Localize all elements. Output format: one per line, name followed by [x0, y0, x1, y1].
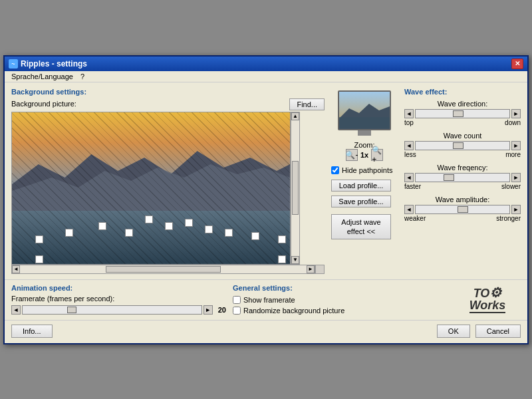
- menu-language[interactable]: Sprache/Language: [9, 72, 76, 81]
- pathpoint-6[interactable]: [165, 222, 173, 230]
- v-scroll-track[interactable]: [291, 120, 299, 256]
- ok-cancel-group: OK Cancel: [437, 325, 521, 338]
- pathpoint-10[interactable]: [251, 232, 259, 240]
- wave-frequency-right[interactable]: ►: [511, 173, 521, 182]
- pathpoint-1[interactable]: [35, 235, 43, 243]
- wave-frequency-left[interactable]: ◄: [404, 173, 414, 182]
- show-framerate-checkbox[interactable]: [233, 296, 241, 304]
- info-button[interactable]: Info...: [11, 325, 53, 338]
- adjust-wave-button[interactable]: Adjust wave effect <<: [331, 214, 391, 240]
- fps-thumb[interactable]: [67, 307, 76, 313]
- pathpoint-8[interactable]: [205, 225, 213, 233]
- toworks-logo: TO⚙ Works: [469, 286, 506, 313]
- randomize-bg-label: Randomize background picture: [243, 307, 344, 315]
- bg-picture-label: Background picture:: [11, 100, 76, 108]
- hide-pathpoints-label: Hide pathpoints: [342, 166, 392, 174]
- main-content: Background settings: Background picture:…: [5, 82, 527, 279]
- zoom-value: 1x: [360, 151, 368, 159]
- wave-amplitude-thumb[interactable]: [458, 206, 468, 213]
- monitor-stand: [358, 130, 371, 136]
- general-panel: General settings: Show framerate Randomi…: [233, 284, 448, 316]
- zoom-label: Zoom:: [331, 141, 398, 149]
- main-window: ~ Ripples - settings ✕ Sprache/Language …: [3, 55, 529, 344]
- bg-image: [11, 112, 291, 265]
- wave-direction-label: Wave direction:: [404, 100, 521, 108]
- animation-panel: Animation speed: Framerate (frames per s…: [11, 284, 226, 316]
- adjust-wave-label: Adjust wave effect <<: [341, 218, 380, 235]
- bg-header: Background picture: Find...: [11, 98, 325, 110]
- horizontal-scrollbar[interactable]: ◄ ►: [11, 265, 315, 274]
- logo-to-text: TO: [473, 287, 490, 300]
- save-profile-button[interactable]: Save profile...: [331, 196, 391, 207]
- wave-count-left[interactable]: ◄: [404, 141, 414, 150]
- hide-pathpoints-checkbox[interactable]: [331, 166, 339, 174]
- pathpoint-12[interactable]: [35, 255, 43, 263]
- wave-count-thumb[interactable]: [453, 142, 464, 149]
- show-framerate-label: Show framerate: [243, 296, 295, 304]
- fps-label: Framerate (frames per second):: [11, 295, 226, 303]
- fps-left-arrow[interactable]: ◄: [11, 305, 21, 315]
- fps-row: ◄ ► 20: [11, 305, 226, 315]
- wave-frequency-right-label: slower: [501, 183, 521, 190]
- window-title: Ripples - settings: [21, 59, 87, 68]
- wave-direction-labels: top down: [404, 119, 521, 126]
- anim-section-label: Animation speed:: [11, 284, 226, 292]
- wave-direction-track[interactable]: [415, 109, 510, 118]
- zoom-out-button[interactable]: 🔍-: [346, 149, 358, 161]
- h-scroll-track[interactable]: [20, 265, 307, 273]
- wave-count-track[interactable]: [415, 141, 510, 150]
- wave-amplitude-left[interactable]: ◄: [404, 205, 414, 214]
- scroll-corner: [315, 265, 325, 274]
- wave-amplitude-labels: weaker stronger: [404, 215, 521, 222]
- wave-count-right-label: more: [505, 151, 521, 158]
- wave-frequency-slider-row: ◄ ►: [404, 173, 521, 182]
- fps-track[interactable]: [22, 305, 202, 315]
- scroll-up-arrow[interactable]: ▲: [291, 112, 299, 120]
- wave-count-control: Wave count ◄ ► less more: [404, 132, 521, 158]
- middle-panel: Zoom: 🔍- 1x 🔍+ Hide pathpoints Load prof…: [331, 88, 398, 274]
- pathpoint-9[interactable]: [225, 229, 233, 237]
- svg-rect-4: [339, 117, 390, 129]
- wave-direction-control: Wave direction: ◄ ► top down: [404, 100, 521, 126]
- find-button[interactable]: Find...: [289, 98, 325, 110]
- cancel-button[interactable]: Cancel: [475, 325, 521, 338]
- wave-amplitude-left-label: weaker: [404, 215, 426, 222]
- fps-right-arrow[interactable]: ►: [203, 305, 213, 315]
- load-profile-button[interactable]: Load profile...: [331, 180, 391, 192]
- wave-amplitude-right[interactable]: ►: [511, 205, 521, 214]
- general-section-label: General settings:: [233, 284, 448, 292]
- pathpoint-3[interactable]: [98, 222, 106, 230]
- logo-area: TO⚙ Works: [454, 284, 521, 316]
- pathpoint-11[interactable]: [278, 235, 286, 243]
- randomize-bg-checkbox[interactable]: [233, 307, 241, 315]
- pathpoint-13[interactable]: [278, 255, 286, 263]
- wave-frequency-track[interactable]: [415, 173, 510, 182]
- pathpoint-5[interactable]: [145, 215, 153, 223]
- vertical-scrollbar[interactable]: ▲ ▼: [291, 112, 300, 265]
- menu-help[interactable]: ?: [78, 72, 87, 81]
- pathpoint-4[interactable]: [125, 229, 133, 237]
- ok-button[interactable]: OK: [437, 325, 470, 338]
- scroll-right-arrow[interactable]: ►: [307, 265, 315, 273]
- wave-count-right[interactable]: ►: [511, 141, 521, 150]
- pathpoint-2[interactable]: [65, 229, 73, 237]
- wave-frequency-thumb[interactable]: [444, 174, 454, 181]
- wave-amplitude-track[interactable]: [415, 205, 510, 214]
- h-scroll-thumb[interactable]: [106, 266, 220, 273]
- wave-direction-thumb[interactable]: [453, 110, 464, 117]
- h-scroll-container: ◄ ►: [11, 265, 325, 274]
- scroll-down-arrow[interactable]: ▼: [291, 256, 299, 264]
- wave-direction-left[interactable]: ◄: [404, 109, 414, 118]
- zoom-in-button[interactable]: 🔍+: [371, 149, 383, 161]
- scroll-left-arrow[interactable]: ◄: [12, 265, 20, 273]
- wave-amplitude-right-label: stronger: [496, 215, 521, 222]
- wave-panel: Wave effect: Wave direction: ◄ ► top dow…: [404, 88, 521, 274]
- bg-section-label: Background settings:: [11, 88, 325, 96]
- pathpoint-7[interactable]: [185, 219, 193, 227]
- v-scroll-thumb[interactable]: [292, 161, 299, 215]
- logo-line2: Works: [469, 299, 506, 313]
- wave-direction-left-label: top: [404, 119, 414, 126]
- wave-direction-right[interactable]: ►: [511, 109, 521, 118]
- wave-title: Wave effect:: [404, 88, 521, 96]
- close-button[interactable]: ✕: [511, 59, 523, 69]
